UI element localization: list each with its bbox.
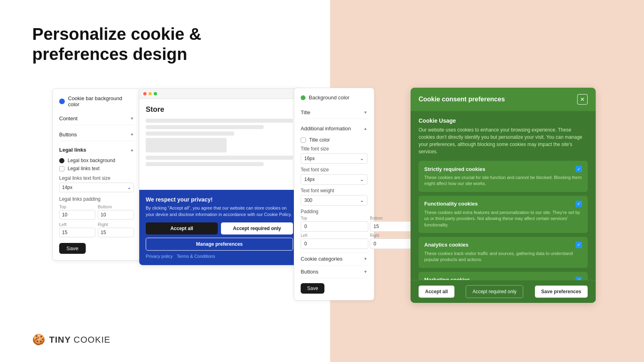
additional-info-section: Additional information ▲ Title color Tit…: [301, 119, 367, 253]
consent-accept-all-button[interactable]: Accept all: [419, 286, 454, 298]
consent-save-prefs-button[interactable]: Save preferences: [535, 286, 588, 298]
skeleton4: [146, 156, 293, 160]
category-checkbox-2[interactable]: ✓: [576, 242, 582, 248]
content-chevron: ▼: [130, 116, 134, 121]
padding-top-input[interactable]: [301, 221, 368, 232]
category-header-0: Strictly required cookies ✓: [424, 166, 582, 172]
category-header-1: Functionality cookies ✓: [424, 201, 582, 207]
bottom-input[interactable]: [98, 210, 134, 220]
category-header-2: Analytics cookies ✓: [424, 242, 582, 248]
cookie-btn-row: Accept all Accept required only: [146, 222, 293, 234]
category-text-2: These cookies track visitor traffic and …: [424, 251, 582, 263]
right-label: Right: [98, 222, 134, 227]
browser-bar: [139, 89, 299, 99]
padding-top-label: Top: [301, 216, 368, 220]
branding-normal: COOKIE: [74, 335, 111, 345]
title-chevron: ▼: [363, 110, 367, 115]
category-checkbox-0[interactable]: ✓: [576, 166, 582, 172]
title-label: Title: [301, 109, 310, 115]
cookie-categories-label: Cookie categories: [301, 256, 343, 262]
additional-info-row[interactable]: Additional information ▲: [301, 122, 367, 135]
consent-accept-required-button[interactable]: Accept required only: [466, 285, 523, 298]
color-panel-header: Background color: [301, 95, 367, 101]
category-functionality: Functionality cookies ✓ These cookies ad…: [419, 196, 588, 233]
browser-content: Store: [139, 99, 299, 175]
category-checkbox-3[interactable]: ✓: [576, 277, 582, 280]
buttons-row2[interactable]: Buttons ▼: [301, 265, 367, 278]
text-font-weight-label: Text font weight: [301, 188, 367, 193]
right-input[interactable]: [98, 228, 134, 237]
title-font-size-select[interactable]: 16px ⌄: [301, 153, 367, 164]
category-marketing: Marketing cookies ✓ Marketing and advert…: [419, 272, 588, 280]
cookie-categories-row[interactable]: Cookie categories ▼: [301, 253, 367, 265]
cookie-usage-title: Cookie Usage: [419, 117, 588, 124]
title-color-row: Title color: [301, 137, 367, 143]
skeleton-block: [146, 138, 227, 152]
select-chevron1: ⌄: [360, 156, 364, 161]
padding-top-bottom-row: Top Bottom: [301, 216, 367, 232]
category-header-3: Marketing cookies ✓: [424, 277, 582, 280]
text-font-weight-select[interactable]: 300 ⌄: [301, 195, 367, 206]
padding-left-right-row: Left Right: [301, 233, 367, 249]
panel-header-label: Background color: [309, 95, 349, 101]
title-color-checkbox[interactable]: [301, 138, 306, 143]
legal-box-bg-checkbox[interactable]: [59, 158, 64, 163]
text-font-weight-value: 300: [304, 197, 312, 203]
color-dot-blue: [59, 99, 65, 104]
color-panel-save-button[interactable]: Save: [301, 283, 324, 294]
top-label: Top: [59, 204, 95, 209]
legal-links-text-checkbox[interactable]: [59, 166, 64, 171]
cookie-links: Privacy policy Terms & Conditions: [146, 254, 293, 259]
title-color-label: Title color: [309, 137, 330, 143]
title-line1: Personalize cookie &: [32, 25, 201, 43]
branding: 🍪 TINY COOKIE: [32, 333, 110, 346]
category-analytics: Analytics cookies ✓ These cookies track …: [419, 237, 588, 268]
skeleton3: [146, 132, 234, 136]
settings-panel: Cookie bar background color Content ▼ Bu…: [52, 88, 141, 261]
content-row[interactable]: Content ▼: [59, 112, 134, 125]
consent-panel-title: Cookie consent preferences: [419, 96, 505, 103]
consent-close-button[interactable]: ✕: [577, 94, 588, 105]
manage-preferences-button[interactable]: Manage preferences: [146, 238, 293, 251]
legal-links-header[interactable]: Legal links ▲: [59, 144, 134, 155]
legal-links-text-row: Legal links text: [59, 166, 134, 171]
padding-grid: Top Bottom Left Right: [59, 204, 134, 237]
skeleton1: [146, 119, 293, 123]
cookie-banner-title: We respect your privacy!: [146, 196, 293, 203]
buttons-label2: Buttons: [301, 269, 318, 275]
accept-all-button[interactable]: Accept all: [146, 222, 218, 234]
padding-left-input[interactable]: [301, 239, 368, 249]
terms-link[interactable]: Terms & Conditions: [177, 254, 215, 259]
text-font-size-select[interactable]: 14px ⌄: [301, 174, 367, 185]
left-input[interactable]: [59, 228, 95, 237]
text-font-size-label: Text font size: [301, 167, 367, 173]
accept-required-button[interactable]: Accept required only: [221, 222, 293, 234]
top-field: Top: [59, 204, 95, 220]
skeleton5: [146, 162, 264, 166]
green-dot-icon: [301, 95, 305, 100]
buttons-chevron2: ▼: [363, 269, 367, 274]
padding-section-label: Padding: [301, 209, 367, 214]
category-title-2: Analytics cookies: [424, 242, 469, 248]
color-panel: Background color Title ▼ Additional info…: [294, 88, 374, 300]
dot-green: [154, 92, 157, 95]
color-bar-label: Cookie bar background color: [68, 95, 134, 107]
legal-box-bg-row: Legal box background: [59, 158, 134, 163]
font-size-select[interactable]: 14px ⌄: [59, 183, 134, 192]
settings-save-button[interactable]: Save: [59, 243, 86, 254]
category-checkbox-1[interactable]: ✓: [576, 201, 582, 207]
select-chevron2: ⌄: [360, 177, 364, 182]
top-input[interactable]: [59, 210, 95, 220]
category-title-0: Strictly required cookies: [424, 166, 485, 172]
buttons-row[interactable]: Buttons ▼: [59, 128, 134, 141]
dot-yellow: [149, 92, 152, 95]
title-font-size-value: 16px: [304, 156, 315, 161]
title-row[interactable]: Title ▼: [301, 106, 367, 119]
browser-preview: Store We respect your privacy! By clicki…: [139, 88, 300, 265]
legal-links-text-label: Legal links text: [68, 166, 99, 171]
title-line2: preferences design: [32, 45, 187, 64]
left-field: Left: [59, 222, 95, 237]
additional-info-chevron: ▲: [363, 126, 367, 131]
privacy-link[interactable]: Privacy policy: [146, 254, 173, 259]
cookie-usage-text: Our website uses cookies to enhance your…: [419, 126, 588, 155]
